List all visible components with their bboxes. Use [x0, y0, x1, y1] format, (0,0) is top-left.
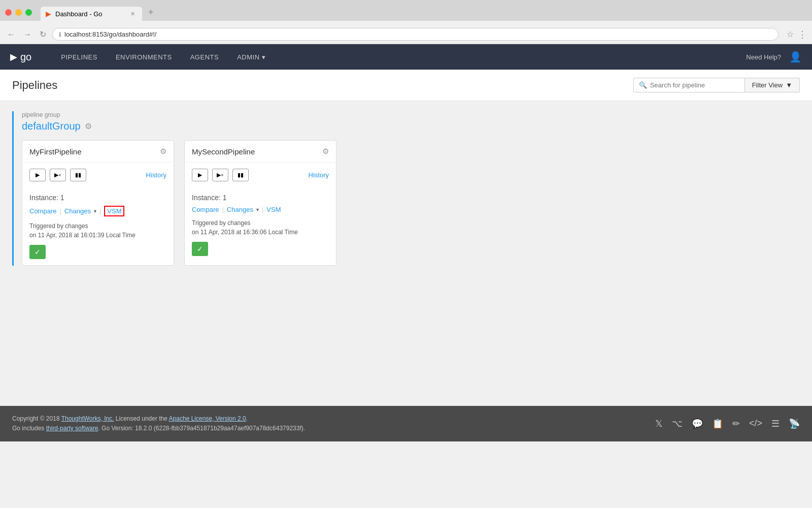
footer-chat-icon[interactable]: 💬 — [692, 418, 703, 429]
search-icon: 🔍 — [639, 81, 647, 89]
pipeline-2-changes-dropdown-icon[interactable]: ▾ — [256, 207, 259, 212]
forward-button[interactable]: → — [21, 29, 33, 40]
pipeline-2-controls: ▶ ▶+ ▮▮ History — [185, 163, 336, 187]
pipeline-1-history-link[interactable]: History — [146, 171, 166, 179]
nav-pipelines[interactable]: PIPELINES — [52, 44, 107, 70]
filter-dropdown-icon: ▼ — [786, 81, 792, 89]
pipeline-group-settings-icon[interactable]: ⚙ — [85, 121, 92, 131]
pipeline-group-name-text: defaultGroup — [22, 120, 81, 132]
pipeline-1-gear-icon[interactable]: ⚙ — [160, 147, 166, 156]
nav-admin[interactable]: ADMIN ▾ — [228, 44, 275, 70]
pipeline-2-body: Instance: 1 Compare | Changes ▾ | VSM Tr… — [185, 187, 336, 262]
go-logo-icon: ▶ — [10, 51, 17, 62]
pipeline-1-pause-button[interactable]: ▮▮ — [70, 169, 86, 181]
footer-icons: 𝕏 ⌥ 💬 📋 ✏ </> ☰ 📡 — [655, 418, 800, 429]
pipeline-1-changes-dropdown-icon[interactable]: ▾ — [94, 208, 96, 214]
pipeline-2-instance-label: Instance: 1 — [192, 194, 329, 202]
pipeline-2-changes-link[interactable]: Changes — [227, 206, 253, 213]
nav-agents[interactable]: AGENTS — [181, 44, 228, 70]
footer-github-icon[interactable]: ⌥ — [672, 418, 683, 429]
pipeline-2-compare-link[interactable]: Compare — [192, 206, 219, 213]
pipeline-2-vsm-link[interactable]: VSM — [266, 206, 281, 213]
pipeline-1-controls: ▶ ▶+ ▮▮ History — [22, 163, 174, 187]
pipeline-2-triggered-line2: on 11 Apr, 2018 at 16:36:06 Local Time — [192, 229, 298, 236]
pipeline-2-triggered-text: Triggered by changes on 11 Apr, 2018 at … — [192, 218, 329, 237]
pipeline-1-triggered-line1: Triggered by changes — [29, 223, 88, 230]
footer-list-icon[interactable]: ☰ — [771, 418, 780, 429]
filter-view-label: Filter View — [752, 81, 783, 89]
tab-title: Dashboard - Go — [55, 10, 103, 18]
footer-rss-icon[interactable]: 📡 — [789, 418, 800, 429]
nav-environments[interactable]: ENVIRONMENTS — [107, 44, 181, 70]
nav-admin-label: ADMIN — [237, 53, 259, 61]
traffic-light-red[interactable] — [5, 9, 12, 16]
traffic-light-green[interactable] — [25, 9, 32, 16]
active-tab[interactable]: ▶ Dashboard - Go ✕ — [41, 7, 142, 21]
pipeline-card-1: MyFirstPipeline ⚙ ▶ ▶+ ▮▮ History Instan… — [22, 140, 174, 266]
app-logo[interactable]: ▶ go — [10, 51, 31, 63]
pipeline-2-title: MySecondPipeline — [192, 147, 255, 156]
address-text: localhost:8153/go/dashboard#!/ — [64, 30, 772, 38]
traffic-lights: ▶ Dashboard - Go ✕ + — [5, 4, 807, 21]
footer-text: Copyright © 2018 ThoughtWorks, Inc. Lice… — [12, 414, 305, 433]
footer-license-link[interactable]: Apache License, Version 2.0 — [169, 415, 246, 422]
nav-help-link[interactable]: Need Help? — [746, 53, 781, 61]
pipeline-1-instance-links: Compare | Changes ▾ | VSM — [29, 206, 166, 216]
footer-edit-icon[interactable]: ✏ — [732, 418, 740, 429]
footer-copyright: Copyright © 2018 — [12, 415, 61, 422]
footer: Copyright © 2018 ThoughtWorks, Inc. Lice… — [0, 406, 812, 441]
browser-chrome: ▶ Dashboard - Go ✕ + — [0, 0, 812, 21]
pipeline-2-gear-icon[interactable]: ⚙ — [322, 147, 329, 156]
address-bar[interactable]: ℹ localhost:8153/go/dashboard#!/ — [52, 28, 779, 41]
pipeline-group-label: pipeline group — [22, 111, 800, 118]
back-button[interactable]: ← — [5, 29, 17, 40]
page-title: Pipelines — [12, 79, 633, 92]
footer-docs-icon[interactable]: 📋 — [712, 418, 723, 429]
pipeline-group-name: defaultGroup ⚙ — [22, 120, 800, 132]
tab-favicon: ▶ — [46, 10, 51, 18]
pipeline-1-separator-1: | — [59, 207, 61, 215]
pipeline-card-2-header: MySecondPipeline ⚙ — [185, 141, 336, 163]
reload-button[interactable]: ↻ — [38, 28, 48, 40]
bookmark-icon[interactable]: ☆ — [787, 29, 794, 39]
footer-license-text: Licensed under the — [114, 415, 169, 422]
pipeline-1-instance-label: Instance: 1 — [29, 194, 166, 202]
pipeline-2-pause-button[interactable]: ▮▮ — [232, 169, 249, 181]
browser-toolbar: ← → ↻ ℹ localhost:8153/go/dashboard#!/ ☆… — [0, 25, 812, 44]
footer-license-end: . — [246, 415, 248, 422]
pipeline-1-play-with-input-button[interactable]: ▶+ — [50, 169, 66, 181]
pipeline-1-play-button[interactable]: ▶ — [29, 169, 46, 181]
search-input[interactable] — [650, 81, 739, 89]
pipeline-1-triggered-text: Triggered by changes on 11 Apr, 2018 at … — [29, 221, 166, 240]
pipeline-2-triggered-line1: Triggered by changes — [192, 219, 251, 227]
go-logo-text: go — [20, 51, 31, 63]
pipeline-1-separator-2: | — [99, 207, 101, 215]
footer-twitter-icon[interactable]: 𝕏 — [655, 418, 663, 429]
pipeline-2-instance-links: Compare | Changes ▾ | VSM — [192, 206, 329, 213]
footer-code-icon[interactable]: </> — [749, 418, 762, 429]
nav-user-icon[interactable]: 👤 — [789, 51, 802, 63]
traffic-light-yellow[interactable] — [15, 9, 22, 16]
pipeline-1-triggered-line2: on 11 Apr, 2018 at 16:01:39 Local Time — [29, 232, 136, 239]
browser-menu-icon[interactable]: ⋮ — [798, 29, 807, 40]
pipeline-2-history-link[interactable]: History — [309, 171, 329, 179]
search-bar[interactable]: 🔍 — [633, 78, 745, 92]
main-content: pipeline group defaultGroup ⚙ MyFirstPip… — [0, 101, 812, 406]
pipeline-1-title: MyFirstPipeline — [29, 147, 82, 156]
pipeline-2-status-badge[interactable]: ✓ — [192, 242, 208, 256]
lock-icon: ℹ — [59, 31, 61, 38]
pipeline-2-play-with-input-button[interactable]: ▶+ — [212, 169, 228, 181]
pipeline-1-changes-link[interactable]: Changes — [64, 207, 91, 215]
new-tab-button[interactable]: + — [143, 4, 159, 21]
pipeline-1-status-badge[interactable]: ✓ — [29, 245, 46, 259]
tab-close-button[interactable]: ✕ — [130, 11, 135, 17]
footer-third-party-link[interactable]: third-party software — [46, 425, 98, 432]
filter-view-button[interactable]: Filter View ▼ — [745, 78, 800, 92]
pipeline-1-compare-link[interactable]: Compare — [29, 207, 56, 215]
app-nav: ▶ go PIPELINES ENVIRONMENTS AGENTS ADMIN… — [0, 44, 812, 70]
pipeline-group-section: pipeline group defaultGroup ⚙ MyFirstPip… — [12, 111, 800, 266]
pipeline-2-separator-2: | — [262, 206, 263, 213]
pipeline-1-vsm-link[interactable]: VSM — [104, 206, 124, 216]
footer-thoughtworks-link[interactable]: ThoughtWorks, Inc. — [61, 415, 114, 422]
pipeline-2-play-button[interactable]: ▶ — [192, 169, 208, 181]
